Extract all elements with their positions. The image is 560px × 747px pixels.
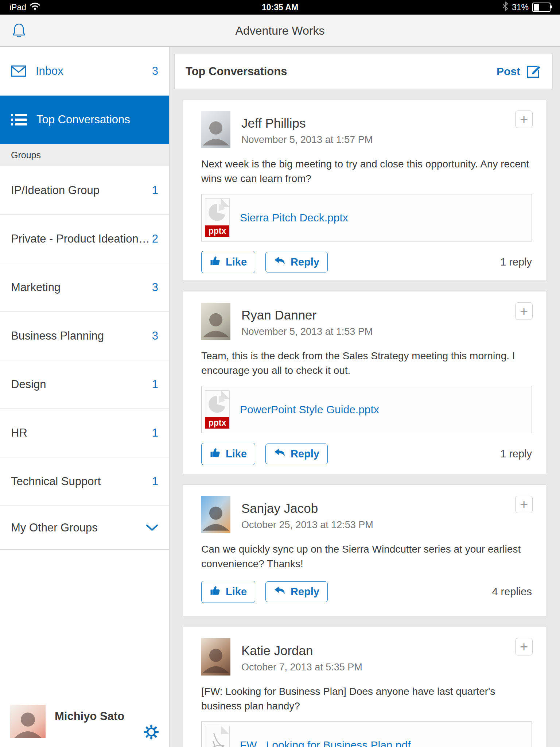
file-type-badge: pptx (205, 417, 229, 429)
sidebar-group-design[interactable]: Design 1 (0, 360, 169, 409)
settings-button[interactable] (143, 724, 160, 741)
current-user-row: Michiyo Sato (0, 703, 169, 747)
conversation-card: + Jeff Phillips November 5, 2013 at 1:57… (183, 99, 546, 281)
author-name: Sanjay Jacob (241, 501, 373, 516)
reply-count: 4 replies (492, 586, 532, 598)
app-title: Adventure Works (0, 15, 560, 47)
reply-label: Reply (291, 586, 319, 598)
expand-post-button[interactable]: + (515, 111, 533, 128)
like-label: Like (226, 256, 247, 268)
post-button-label: Post (497, 65, 520, 78)
conversations-feed: Top Conversations Post + Jeff Phillips (170, 47, 560, 747)
file-type-badge: pptx (205, 225, 229, 237)
post-body: Team, this is the deck from the Sales St… (201, 349, 532, 378)
notifications-button[interactable] (10, 23, 28, 40)
groups-header-label: Groups (11, 150, 41, 160)
post-timestamp: November 5, 2013 at 1:53 PM (241, 326, 373, 337)
pptx-file-icon: pptx (205, 198, 230, 237)
attachment-link[interactable]: pptx Sierra Pitch Deck.pptx (201, 194, 532, 241)
unread-count: 2 (152, 232, 158, 245)
like-button[interactable]: Like (201, 251, 255, 273)
like-button[interactable]: Like (201, 581, 255, 603)
avatar (10, 705, 46, 738)
conversation-card: + Sanjay Jacob October 25, 2013 at 12:53… (183, 484, 546, 616)
unread-count: 3 (152, 281, 158, 294)
avatar (201, 638, 230, 676)
compose-icon (526, 62, 543, 81)
expand-post-button[interactable]: + (515, 302, 533, 320)
app-header: Adventure Works (0, 15, 560, 47)
reply-button[interactable]: Reply (265, 444, 328, 464)
sidebar-item-label: Top Conversations (36, 113, 130, 126)
post-timestamp: November 5, 2013 at 1:57 PM (241, 134, 373, 146)
attachment-filename: Sierra Pitch Deck.pptx (240, 212, 348, 224)
page-title: Top Conversations (186, 65, 287, 78)
clock: 10:35 AM (262, 3, 298, 12)
sidebar: Inbox 3 Top Conversations Groups IP/Idea… (0, 47, 170, 747)
status-bar: iPad 10:35 AM 31% (0, 0, 560, 15)
attachment-link[interactable]: FW_ Looking for Business Plan.pdf (201, 721, 532, 747)
reply-arrow-icon (274, 586, 285, 598)
conversation-card: + Katie Jordan October 7, 2013 at 5:35 P… (183, 627, 546, 747)
unread-count: 1 (152, 378, 158, 391)
sidebar-item-inbox[interactable]: Inbox 3 (0, 47, 169, 96)
attachment-filename: PowerPoint Style Guide.pptx (240, 403, 379, 416)
reply-arrow-icon (274, 256, 285, 268)
unread-count: 3 (152, 65, 158, 78)
sidebar-group-technical-support[interactable]: Technical Support 1 (0, 457, 169, 506)
unread-count: 1 (152, 184, 158, 197)
envelope-icon (11, 65, 26, 77)
sidebar-item-my-other-groups[interactable]: My Other Groups (0, 506, 169, 550)
sidebar-group-ip-ideation[interactable]: IP/Ideation Group 1 (0, 166, 169, 215)
post-button[interactable]: Post (497, 62, 543, 81)
chevron-down-icon (146, 524, 158, 531)
bluetooth-icon (502, 1, 508, 13)
sidebar-group-business-planning[interactable]: Business Planning 3 (0, 312, 169, 360)
sidebar-group-marketing[interactable]: Marketing 3 (0, 263, 169, 312)
thumbs-up-icon (210, 447, 221, 461)
reply-button[interactable]: Reply (265, 252, 328, 272)
group-label: Technical Support (11, 475, 101, 488)
gear-icon (143, 724, 159, 742)
sidebar-group-hr[interactable]: HR 1 (0, 409, 169, 457)
post-body: Next week is the big meeting to try and … (201, 157, 532, 186)
like-button[interactable]: Like (201, 443, 255, 465)
post-body: Can we quickly sync up on the Sierra Win… (201, 542, 532, 571)
thumbs-up-icon (210, 585, 221, 599)
avatar (201, 303, 230, 340)
group-label: Design (11, 378, 46, 391)
battery-icon (532, 3, 551, 12)
conversation-card: + Ryan Danner November 5, 2013 at 1:53 P… (183, 291, 546, 474)
reply-count: 1 reply (500, 256, 532, 268)
like-label: Like (226, 448, 247, 460)
reply-arrow-icon (274, 448, 285, 460)
avatar (201, 111, 230, 148)
groups-section-header: Groups (0, 144, 169, 166)
expand-post-button[interactable]: + (515, 496, 533, 513)
sidebar-item-top-conversations[interactable]: Top Conversations (0, 96, 169, 144)
sidebar-group-private-product-ideation[interactable]: Private - Product Ideation… 2 (0, 215, 169, 263)
feed-header: Top Conversations Post (174, 54, 553, 89)
pptx-file-icon: pptx (205, 390, 230, 429)
group-label: Business Planning (11, 329, 104, 342)
unread-count: 3 (152, 329, 158, 342)
my-other-groups-label: My Other Groups (11, 521, 98, 534)
user-name: Michiyo Sato (55, 710, 124, 723)
author-name: Ryan Danner (241, 308, 373, 322)
like-label: Like (226, 586, 247, 598)
reply-label: Reply (291, 448, 319, 460)
reply-count: 1 reply (500, 448, 532, 460)
group-label: HR (11, 426, 27, 440)
thumbs-up-icon (210, 255, 221, 269)
reply-button[interactable]: Reply (265, 581, 328, 602)
group-label: Private - Product Ideation… (11, 232, 150, 245)
expand-post-button[interactable]: + (515, 638, 533, 655)
list-icon (11, 113, 27, 126)
wifi-icon (30, 2, 40, 12)
reply-label: Reply (291, 256, 319, 268)
post-timestamp: October 25, 2013 at 12:53 PM (241, 519, 373, 531)
group-label: IP/Ideation Group (11, 184, 100, 197)
attachment-link[interactable]: pptx PowerPoint Style Guide.pptx (201, 386, 532, 433)
battery-percent: 31% (512, 3, 529, 12)
device-label: iPad (9, 3, 26, 12)
